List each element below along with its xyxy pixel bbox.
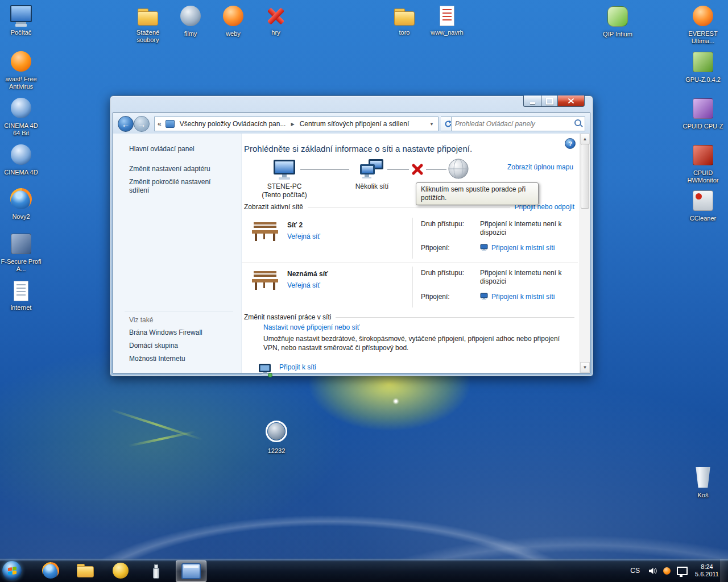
minimize-button[interactable] [523,95,541,107]
desktop-icon-hwmonitor[interactable]: CPUID HWMonitor [682,143,724,184]
desktop-icon-cinema4d-64[interactable]: CINEMA 4D 64 Bit [0,97,42,137]
desktop-icon-hry[interactable]: hry [255,5,297,36]
forward-button[interactable]: → [134,116,150,132]
desktop-icon-everest[interactable]: EVEREST Ultima... [682,5,724,45]
sidebar-item-internet-options[interactable]: Možnosti Internetu [129,355,233,363]
desktop-icon-cinema4d[interactable]: CINEMA 4D [0,143,42,176]
connect-to-network-link[interactable]: Připojit k síti [279,363,316,371]
scroll-down-button[interactable]: ▼ [580,362,590,373]
connection-label: Připojení: [421,293,480,301]
sphere-icon [180,6,201,26]
breadcrumb-segment-all-items[interactable]: Všechny položky Ovládacích pan... [176,120,290,128]
desktop-icon-computer[interactable]: Počítač [0,5,42,36]
sidebar-item-change-adapter-settings[interactable]: Změnit nastavení adaptéru [129,165,227,173]
desktop-icon-filmy[interactable]: filmy [169,5,212,38]
folder-icon [392,5,417,27]
maximize-button[interactable] [541,95,557,107]
desktop-icon-avast[interactable]: avast! Free Antivirus [0,50,42,90]
desktop-icon-recycle-bin[interactable]: Koš [682,466,724,499]
maximize-icon [546,98,553,105]
map-computer-sub: (Tento počítač) [245,191,324,199]
taskbar-item-app[interactable] [106,560,135,581]
window-icon [181,563,201,579]
desktop-icon-label: internet [0,304,42,311]
desktop-icon-gpuz[interactable]: GPU-Z.0.4.2 [682,50,724,84]
desktop-icon-fsecure[interactable]: F-Secure Profi A... [0,232,42,273]
section-header: Změnit nastavení práce v síti [244,313,331,321]
breadcrumb-dropdown-icon[interactable]: ▼ [425,122,438,127]
gpu-z-icon [693,52,713,72]
network-type-link[interactable]: Veřejná síť [287,281,320,289]
access-type-value: Připojení k Internetu není k dispozici [480,269,572,286]
network-type-link[interactable]: Veřejná síť [287,232,320,240]
desktop-icon-stazene-soubory[interactable]: Stažené soubory [127,5,169,44]
sidebar-item-windows-firewall[interactable]: Brána Windows Firewall [129,329,233,336]
breadcrumb-separator-icon[interactable]: ▶ [289,122,295,127]
park-bench-icon [251,270,279,292]
map-computer-node[interactable] [272,159,297,183]
desktop-icon-novy2[interactable]: Novy2 [0,188,42,221]
desktop-icon-label: www_navrh [426,29,468,36]
map-connector-line [300,169,349,170]
lan-connection-icon [480,293,489,300]
close-button[interactable] [557,95,585,107]
desktop-icon-qip[interactable]: QIP Infium [597,5,639,38]
desktop-icon-toro[interactable]: toro [383,5,425,36]
sidebar-item-control-panel-home[interactable]: Hlavní ovládací panel [129,145,227,153]
page-heading: Prohlédněte si základní informace o síti… [244,144,472,153]
map-troubleshoot-x[interactable] [411,163,424,178]
folder-icon [135,5,160,27]
desktop-icon-label: Novy2 [0,213,42,221]
connection-label: Připojení: [421,244,480,252]
network-details: Druh přístupu: Připojení k Internetu nen… [412,267,578,307]
desktop-icon-www-navrh[interactable]: www_navrh [426,5,468,36]
search-icon[interactable] [572,118,585,130]
scroll-up-button[interactable]: ▲ [580,134,590,144]
taskbar-item-explorer[interactable] [71,560,100,581]
network-tray-icon[interactable] [677,567,688,575]
taskbar-clock[interactable]: 8:24 5.6.2011 [694,563,720,578]
help-button[interactable]: ? [565,138,576,149]
scrollbar-thumb[interactable] [581,144,589,209]
avast-tray-icon[interactable] [663,567,671,575]
lan-connection-link[interactable]: Připojení k místní síti [491,293,555,301]
language-indicator[interactable]: CS [628,566,642,576]
breadcrumb-overflow-chevron-icon[interactable]: « [155,120,164,128]
search-input[interactable] [452,120,572,128]
see-full-map-link[interactable]: Zobrazit úplnou mapu [507,163,573,171]
access-type-label: Druh přístupu: [421,220,480,228]
desktop-icon-label: CPUID HWMonitor [682,169,724,184]
breadcrumb-segment-network-center[interactable]: Centrum síťových připojení a sdílení [296,120,413,128]
desktop-icon-label: 12232 [255,447,297,455]
back-button[interactable]: ← [118,116,134,132]
cinema4d-icon [11,98,31,118]
avast-icon [11,51,31,72]
speaker-icon[interactable] [648,567,657,575]
park-bench-icon [251,221,279,243]
desktop-icon-internet[interactable]: internet [0,280,42,311]
taskbar-item-network-center-active[interactable] [176,560,206,582]
lan-connection-link[interactable]: Připojení k místní síti [491,244,555,252]
network-name: Síť 2 [287,221,303,229]
taskbar-item-firefox[interactable] [36,560,65,581]
breadcrumb: « Všechny položky Ovládacích pan... ▶ Ce… [154,117,439,131]
image-thumbnail-icon [268,423,285,440]
desktop-icon-12232[interactable]: 12232 [255,422,297,455]
desktop-icon-cpuz[interactable]: CPUID CPU-Z [682,97,724,130]
document-icon [435,5,460,27]
map-network-node[interactable] [359,159,384,183]
map-computer-name: STENE-PC [245,182,324,191]
map-internet-node[interactable] [447,157,470,182]
map-connector-line [426,169,446,170]
vertical-scrollbar[interactable]: ▲ ▼ [580,134,590,373]
sidebar-item-homegroup[interactable]: Domácí skupina [129,342,233,350]
desktop-icon-label: hry [255,29,297,36]
sidebar-item-advanced-sharing[interactable]: Změnit pokročilé nastavení sdílení [129,178,227,195]
desktop-icon-weby[interactable]: weby [212,5,254,38]
taskbar-item-usb[interactable] [141,560,171,581]
desktop-icon-ccleaner[interactable]: CCleaner [682,189,724,222]
show-desktop-button[interactable] [721,559,728,582]
start-button[interactable] [2,561,22,580]
divider [308,207,510,207]
setup-new-connection-link[interactable]: Nastavit nové připojení nebo síť [263,323,359,331]
